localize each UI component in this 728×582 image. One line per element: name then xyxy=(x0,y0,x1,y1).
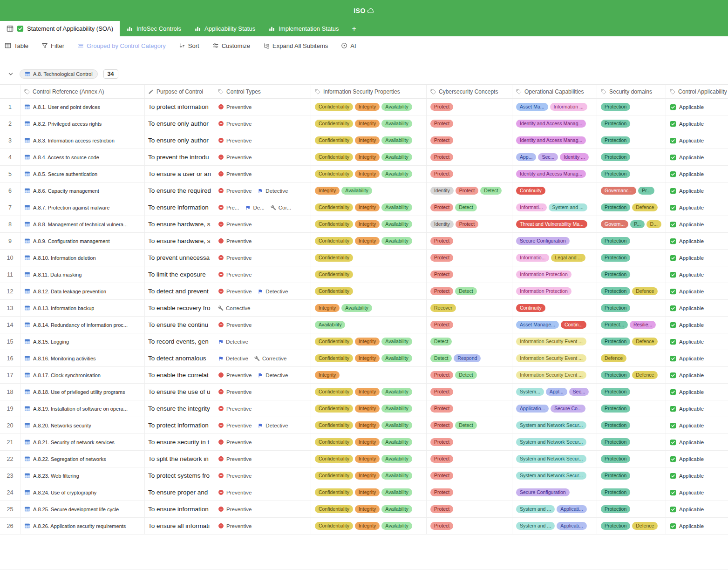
control-reference-cell[interactable]: A.8.20. Networks security xyxy=(20,417,144,433)
checked-checkbox-icon[interactable] xyxy=(670,489,676,496)
group-badge[interactable]: A.8. Technological Control xyxy=(20,69,98,79)
control-types-cell[interactable]: Preventive xyxy=(214,400,311,417)
security-properties-cell[interactable]: IntegrityAvailability xyxy=(311,183,427,199)
row-number[interactable]: 2 xyxy=(0,115,20,132)
checked-checkbox-icon[interactable] xyxy=(670,221,676,228)
control-types-cell[interactable]: PreventiveDetective xyxy=(214,183,311,199)
cybersecurity-concepts-cell[interactable]: Protect xyxy=(427,451,512,467)
cybersecurity-concepts-cell[interactable]: Protect xyxy=(427,166,512,182)
operational-capabilities-cell[interactable]: App...Sec...Identity ... xyxy=(512,149,597,165)
column-header-operational-capabilities[interactable]: Operational Capabilities xyxy=(512,85,597,98)
security-properties-cell[interactable]: ConfidentialityIntegrityAvailability xyxy=(311,501,427,517)
cybersecurity-concepts-cell[interactable]: Protect xyxy=(427,400,512,417)
row-number[interactable]: 10 xyxy=(0,250,20,266)
purpose-cell[interactable]: To limit the exposure xyxy=(144,266,214,283)
row-number[interactable]: 4 xyxy=(0,149,20,165)
applicability-cell[interactable]: Applicable xyxy=(666,350,728,366)
security-properties-cell[interactable]: ConfidentialityIntegrityAvailability xyxy=(311,115,427,132)
security-domains-cell[interactable]: Govern...P...D... xyxy=(597,216,666,232)
control-reference-cell[interactable]: A.8.3. Information access restriction xyxy=(20,132,144,149)
purpose-cell[interactable]: To protect systems fro xyxy=(144,467,214,484)
security-properties-cell[interactable]: Availability xyxy=(311,317,427,333)
security-properties-cell[interactable]: Confidentiality xyxy=(311,266,427,283)
operational-capabilities-cell[interactable]: Identity and Access Manag... xyxy=(512,115,597,132)
operational-capabilities-cell[interactable]: Threat and Vulnerability Ma... xyxy=(512,216,597,232)
security-domains-cell[interactable]: Protect...Resilie... xyxy=(597,317,666,333)
cybersecurity-concepts-cell[interactable]: Protect xyxy=(427,518,512,534)
control-reference-cell[interactable]: A.8.23. Web filtering xyxy=(20,467,144,484)
checked-checkbox-icon[interactable] xyxy=(670,456,676,462)
control-reference-cell[interactable]: A.8.25. Secure development life cycle xyxy=(20,501,144,517)
operational-capabilities-cell[interactable]: Continuity xyxy=(512,300,597,316)
toolbar-filter[interactable]: Filter xyxy=(41,42,64,49)
cybersecurity-concepts-cell[interactable]: ProtectDetect xyxy=(427,367,512,383)
security-domains-cell[interactable]: Protection xyxy=(597,300,666,316)
checked-checkbox-icon[interactable] xyxy=(670,523,676,529)
control-types-cell[interactable]: Preventive xyxy=(214,250,311,266)
cybersecurity-concepts-cell[interactable]: IdentityProtect xyxy=(427,216,512,232)
security-domains-cell[interactable]: Protection xyxy=(597,417,666,433)
checked-checkbox-icon[interactable] xyxy=(670,171,676,177)
row-number[interactable]: 1 xyxy=(0,99,20,115)
purpose-cell[interactable]: To detect anomalous xyxy=(144,350,214,366)
operational-capabilities-cell[interactable]: Information Security Event ... xyxy=(512,333,597,350)
purpose-cell[interactable]: To ensure hardware, s xyxy=(144,216,214,232)
security-properties-cell[interactable]: IntegrityAvailability xyxy=(311,300,427,316)
row-number[interactable]: 13 xyxy=(0,300,20,316)
operational-capabilities-cell[interactable]: System and Network Secur... xyxy=(512,451,597,467)
checked-checkbox-icon[interactable] xyxy=(670,372,676,379)
security-domains-cell[interactable]: Protection xyxy=(597,233,666,249)
applicability-cell[interactable]: Applicable xyxy=(666,99,728,115)
checked-checkbox-icon[interactable] xyxy=(670,288,676,295)
control-types-cell[interactable]: Preventive xyxy=(214,518,311,534)
security-domains-cell[interactable]: Protection xyxy=(597,451,666,467)
control-types-cell[interactable]: DetectiveCorrective xyxy=(214,350,311,366)
column-header-control-types[interactable]: Control Types xyxy=(214,85,311,98)
add-tab-button[interactable]: + xyxy=(346,21,363,36)
control-reference-cell[interactable]: A.8.14. Redundancy of information proc..… xyxy=(20,317,144,333)
row-number[interactable]: 22 xyxy=(0,451,20,467)
control-reference-cell[interactable]: A.8.1. User end point devices xyxy=(20,99,144,115)
control-types-cell[interactable]: Preventive xyxy=(214,132,311,149)
column-header-purpose-of-control[interactable]: Purpose of Control xyxy=(144,85,214,98)
checked-checkbox-icon[interactable] xyxy=(670,104,676,110)
security-domains-cell[interactable]: Protection xyxy=(597,501,666,517)
row-number[interactable]: 19 xyxy=(0,400,20,417)
control-reference-cell[interactable]: A.8.18. Use of privileged utility progra… xyxy=(20,384,144,400)
checked-checkbox-icon[interactable] xyxy=(670,422,676,429)
checked-checkbox-icon[interactable] xyxy=(670,238,676,244)
applicability-cell[interactable]: Applicable xyxy=(666,501,728,517)
purpose-cell[interactable]: To ensure the use of u xyxy=(144,384,214,400)
control-types-cell[interactable]: PreventiveDetective xyxy=(214,417,311,433)
row-number[interactable]: 15 xyxy=(0,333,20,350)
security-properties-cell[interactable]: Confidentiality xyxy=(311,250,427,266)
purpose-cell[interactable]: To ensure the required xyxy=(144,183,214,199)
toolbar-expand-all-subitems[interactable]: Expand All Subitems xyxy=(263,42,328,49)
toolbar-grouped-by-control-category[interactable]: Grouped by Control Category xyxy=(77,42,166,49)
applicability-cell[interactable]: Applicable xyxy=(666,183,728,199)
control-types-cell[interactable]: Preventive xyxy=(214,384,311,400)
security-domains-cell[interactable]: ProtectionDefence xyxy=(597,199,666,216)
security-properties-cell[interactable]: ConfidentialityIntegrityAvailability xyxy=(311,434,427,450)
applicability-cell[interactable]: Applicable xyxy=(666,199,728,216)
applicability-cell[interactable]: Applicable xyxy=(666,132,728,149)
security-domains-cell[interactable]: Protection xyxy=(597,166,666,182)
control-types-cell[interactable]: Preventive xyxy=(214,451,311,467)
control-reference-cell[interactable]: A.8.16. Monitoring activities xyxy=(20,350,144,366)
applicability-cell[interactable]: Applicable xyxy=(666,400,728,417)
cybersecurity-concepts-cell[interactable]: ProtectDetect xyxy=(427,417,512,433)
applicability-cell[interactable]: Applicable xyxy=(666,266,728,283)
cybersecurity-concepts-cell[interactable]: Protect xyxy=(427,99,512,115)
control-reference-cell[interactable]: A.8.8. Management of technical vulnera..… xyxy=(20,216,144,232)
operational-capabilities-cell[interactable]: Secure Configuration xyxy=(512,484,597,501)
column-header-cybersecurity-concepts[interactable]: Cybersecurity Concepts xyxy=(427,85,512,98)
row-number[interactable]: 9 xyxy=(0,233,20,249)
purpose-cell[interactable]: To ensure the integrity xyxy=(144,400,214,417)
security-properties-cell[interactable]: ConfidentialityIntegrityAvailability xyxy=(311,384,427,400)
security-properties-cell[interactable]: ConfidentialityIntegrityAvailability xyxy=(311,199,427,216)
checked-checkbox-icon[interactable] xyxy=(670,154,676,161)
purpose-cell[interactable]: To ensure hardware, s xyxy=(144,233,214,249)
security-domains-cell[interactable]: Protection xyxy=(597,400,666,417)
applicability-cell[interactable]: Applicable xyxy=(666,233,728,249)
operational-capabilities-cell[interactable]: System and Network Secur... xyxy=(512,434,597,450)
